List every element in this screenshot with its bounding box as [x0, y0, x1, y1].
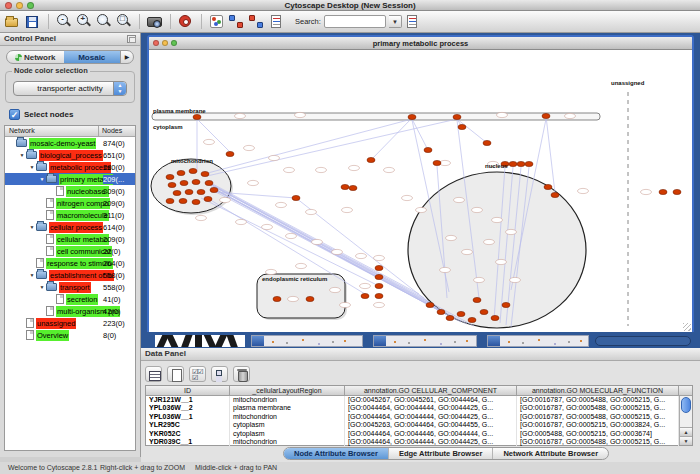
zoom-out-icon[interactable]: -: [56, 14, 72, 29]
tree-row[interactable]: unassigned223(0): [5, 317, 135, 329]
graph-node[interactable]: [375, 293, 383, 298]
desktop-scrollbar[interactable]: [595, 336, 691, 346]
graph-node[interactable]: [166, 198, 174, 203]
graph-node[interactable]: [491, 315, 499, 320]
network-window-titlebar[interactable]: primary metabolic process: [149, 37, 692, 50]
graph-node[interactable]: [180, 180, 188, 185]
tab-node-attribute-browser[interactable]: Node Attribute Browser: [284, 448, 389, 459]
zoom-in-icon[interactable]: +: [76, 14, 92, 29]
graph-node[interactable]: [468, 317, 476, 322]
tree-row[interactable]: nitrogen compo209(0): [5, 197, 135, 209]
tab-network-attribute-browser[interactable]: Network Attribute Browser: [493, 448, 608, 459]
vizmapper-edge-icon[interactable]: [249, 14, 265, 29]
select-attributes-icon[interactable]: [189, 366, 206, 382]
graph-node[interactable]: [426, 302, 434, 307]
graph-node[interactable]: [341, 184, 349, 189]
graph-node[interactable]: [509, 161, 517, 166]
graph-node[interactable]: [361, 293, 369, 298]
delete-attribute-icon[interactable]: [233, 366, 250, 382]
tree-row[interactable]: ▼primary metabo209(...: [5, 173, 135, 185]
graph-node[interactable]: [197, 189, 205, 194]
scroll-down-button[interactable]: ▼: [680, 436, 692, 445]
tree-row[interactable]: macromolecule311(0): [5, 209, 135, 221]
search-config-icon[interactable]: [405, 14, 421, 29]
table-scrollbar[interactable]: ▲ ▼: [679, 396, 692, 445]
table-row[interactable]: YPL036W__1mitochondrion[GO:0044464, GO:0…: [146, 413, 692, 421]
graph-edge[interactable]: [204, 119, 412, 174]
tree-row[interactable]: response to stimulu264(0): [5, 257, 135, 269]
search-dropdown-button[interactable]: ▼: [389, 15, 402, 28]
graph-node[interactable]: [446, 315, 454, 320]
graph-node[interactable]: [673, 189, 681, 194]
graph-node[interactable]: [367, 157, 375, 162]
attribute-list-icon[interactable]: [211, 366, 228, 382]
expand-arrow-icon[interactable]: ▼: [28, 224, 36, 230]
table-grid-icon[interactable]: [145, 366, 162, 382]
tab-edge-attribute-browser[interactable]: Edge Attribute Browser: [389, 448, 493, 459]
tree-row[interactable]: multi-organism pro42(0): [5, 305, 135, 317]
table-row[interactable]: YJR121W__1mitochondrion[GO:0045267, GO:0…: [146, 396, 692, 404]
float-panel-icon[interactable]: [127, 35, 136, 43]
graph-node[interactable]: [525, 161, 533, 166]
column-header[interactable]: _cellularLayoutRegion: [230, 386, 345, 395]
select-nodes-checkbox[interactable]: ✓: [9, 109, 20, 120]
graph-node[interactable]: [292, 195, 300, 200]
graph-node[interactable]: [551, 192, 559, 197]
network-canvas[interactable]: plasma membranecytoplasmmitochondrionnuc…: [149, 50, 692, 332]
tree-row[interactable]: cellular metabo209(0): [5, 233, 135, 245]
graph-node[interactable]: [226, 151, 234, 156]
expand-arrow-icon[interactable]: ▼: [18, 152, 26, 158]
window-resize-grip[interactable]: [683, 323, 691, 331]
graph-node[interactable]: [517, 161, 525, 166]
open-file-icon[interactable]: [5, 14, 21, 29]
graph-node[interactable]: [457, 311, 465, 316]
expand-arrow-icon[interactable]: ▼: [28, 272, 36, 278]
graph-edge[interactable]: [412, 119, 428, 150]
graph-node[interactable]: [502, 302, 510, 307]
table-row[interactable]: YKR052Ccytoplasm[GO:0044464, GO:0044446,…: [146, 430, 692, 438]
tree-row[interactable]: ▼cellular process614(0): [5, 221, 135, 233]
tree-row[interactable]: mosaic-demo-yeast874(0): [5, 137, 135, 149]
column-header[interactable]: annotation.GO MOLECULAR_FUNCTION: [517, 386, 679, 395]
search-input[interactable]: [324, 15, 386, 28]
graph-node[interactable]: [544, 184, 552, 189]
tree-row[interactable]: ▼biological_process651(0): [5, 149, 135, 161]
graph-node[interactable]: [168, 182, 176, 187]
expand-arrow-icon[interactable]: ▼: [38, 176, 46, 182]
tree-row[interactable]: ▼establishment of lo558(0): [5, 269, 135, 281]
help-lifering-icon[interactable]: [178, 14, 194, 29]
export-image-icon[interactable]: [147, 14, 163, 29]
tree-row[interactable]: ▼transport558(0): [5, 281, 135, 293]
table-row[interactable]: YDR039C__1mitochondrion[GO:0044464, GO:0…: [146, 438, 692, 446]
graph-node[interactable]: [192, 179, 200, 184]
tree-row[interactable]: cell communicat22(0): [5, 245, 135, 257]
tab-mosaic[interactable]: Mosaic: [64, 51, 121, 63]
graph-node[interactable]: [408, 114, 416, 119]
attribute-form-icon[interactable]: [269, 14, 285, 29]
graph-node[interactable]: [306, 296, 314, 301]
graph-node[interactable]: [458, 124, 466, 129]
tree-header-nodes[interactable]: Nodes: [98, 126, 135, 136]
table-row[interactable]: YLR295Ccytoplasm[GO:0045263, GO:0044464,…: [146, 421, 692, 429]
column-header[interactable]: ID: [146, 386, 230, 395]
graph-node[interactable]: [483, 140, 491, 145]
background-window-sliver[interactable]: [487, 335, 589, 347]
scrollbar-thumb[interactable]: [681, 397, 691, 413]
background-window-sliver[interactable]: [373, 335, 477, 347]
expand-arrow-icon[interactable]: ▼: [28, 164, 36, 170]
tree-row[interactable]: secretion41(0): [5, 293, 135, 305]
graph-node[interactable]: [480, 309, 488, 314]
graph-node[interactable]: [375, 283, 383, 288]
graph-node[interactable]: [177, 170, 185, 175]
table-row[interactable]: YPL036W__2plasma membrane[GO:0044464, GO…: [146, 404, 692, 412]
expand-arrow-icon[interactable]: ▼: [38, 284, 46, 290]
graph-edge[interactable]: [457, 119, 487, 143]
graph-node[interactable]: [204, 196, 212, 201]
scroll-up-button[interactable]: ▲: [680, 427, 692, 436]
tree-row[interactable]: Overview8(0): [5, 329, 135, 341]
graph-node[interactable]: [173, 190, 181, 195]
graph-node[interactable]: [453, 114, 461, 119]
tabs-overflow-arrow[interactable]: ▶: [120, 51, 133, 63]
graph-node[interactable]: [659, 189, 667, 194]
tree-row[interactable]: nucleobase-209(0): [5, 185, 135, 197]
